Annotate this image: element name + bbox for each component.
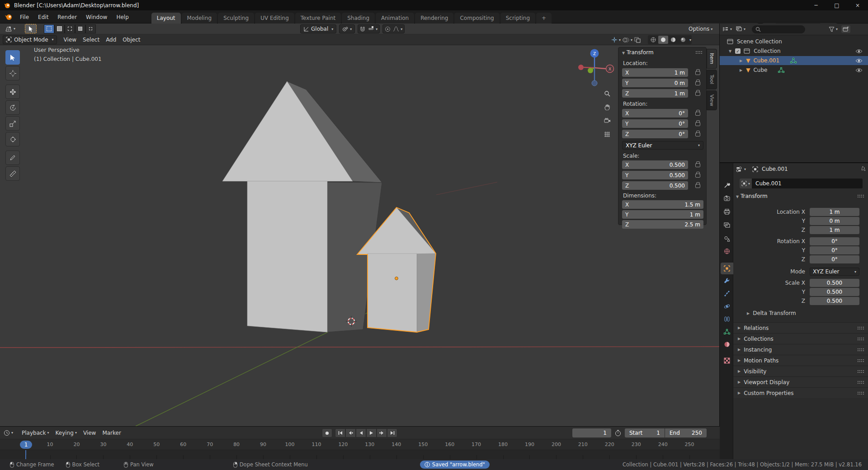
shading-material-button[interactable] [668, 36, 678, 44]
outliner-search-input[interactable] [752, 25, 805, 33]
expand-arrow-icon[interactable]: ▼ [729, 49, 731, 53]
tab-scene[interactable] [721, 233, 733, 244]
menu-edit[interactable]: Edit [33, 10, 53, 24]
tab-scripting[interactable]: Scripting [500, 13, 535, 24]
tab-particles[interactable] [721, 288, 733, 300]
lock-icon[interactable] [695, 112, 700, 116]
rotation-x-field[interactable]: X0° [622, 109, 688, 118]
record-button[interactable] [322, 428, 332, 437]
lock-icon[interactable] [695, 184, 700, 188]
lock-icon[interactable] [695, 122, 700, 126]
tab-tool[interactable] [721, 179, 733, 191]
camera-view-button[interactable] [601, 115, 613, 127]
collapse-arrow-icon[interactable]: ▼ [622, 51, 625, 55]
menu-playback[interactable]: Playback▾ [19, 428, 52, 437]
lock-icon[interactable] [695, 174, 700, 178]
tab-view-layer[interactable] [721, 219, 733, 231]
prev-frame-button[interactable] [356, 428, 366, 437]
panel-grip[interactable] [857, 194, 864, 198]
start-frame-field[interactable]: Start1 [625, 428, 665, 437]
hide-toggle[interactable] [855, 49, 863, 54]
outliner-row-cube001[interactable]: ▶ ▼ Cube.001 [720, 56, 868, 65]
hide-toggle[interactable] [855, 68, 863, 73]
rotation-mode-dropdown[interactable]: XYZ Euler▾ [622, 141, 703, 150]
tab-output[interactable] [721, 206, 733, 217]
tool-select-box[interactable] [5, 50, 20, 65]
select-mode-extend-button[interactable] [54, 24, 65, 33]
hide-toggle[interactable] [855, 58, 863, 63]
gizmo-x-neg-axis[interactable] [578, 65, 584, 70]
prop-location-y[interactable]: 0 m [810, 217, 859, 225]
transform-orientation-dropdown[interactable]: Global ▾ [300, 24, 336, 33]
tab-shading[interactable]: Shading [342, 13, 375, 24]
tab-physics[interactable] [721, 301, 733, 312]
tab-uv-editing[interactable]: UV Editing [255, 13, 294, 24]
prop-rotation-x[interactable]: 0° [810, 237, 859, 245]
scale-x-field[interactable]: X0.500 [622, 160, 688, 169]
navigation-gizmo[interactable]: Z X [578, 49, 614, 86]
panel-collections[interactable]: ▶Collections [733, 333, 868, 344]
tool-annotate[interactable] [5, 150, 20, 165]
tab-texture[interactable] [721, 355, 733, 367]
location-z-field[interactable]: Z1 m [622, 89, 688, 98]
panel-viewport-display[interactable]: ▶Viewport Display [733, 376, 868, 387]
delta-transform-panel[interactable]: ▶Delta Transform [747, 310, 796, 316]
lock-icon[interactable] [695, 92, 700, 96]
prop-scale-z[interactable]: 0.500 [810, 297, 859, 305]
menu-object[interactable]: Object [119, 35, 143, 44]
tab-compositing[interactable]: Compositing [454, 13, 499, 24]
minimize-button[interactable]: ─ [806, 0, 826, 10]
properties-editor-type-button[interactable]: ▾ [736, 166, 746, 172]
tab-constraints[interactable] [721, 313, 733, 325]
xray-toggle[interactable] [634, 37, 641, 43]
pivot-point-dropdown[interactable]: ▾ [339, 24, 355, 33]
menu-render[interactable]: Render [53, 10, 81, 24]
location-x-field[interactable]: X1 m [622, 68, 688, 77]
select-mode-invert-button[interactable] [75, 24, 85, 33]
tool-cursor[interactable] [5, 66, 20, 80]
tab-world[interactable] [721, 245, 733, 257]
close-button[interactable]: × [847, 0, 868, 10]
sidebar-tab-item[interactable]: Item [707, 49, 717, 69]
sidebar-tab-view[interactable]: View [707, 90, 717, 110]
panel-instancing[interactable]: ▶Instancing [733, 344, 868, 355]
maximize-button[interactable]: □ [826, 0, 847, 10]
gizmos-dropdown[interactable]: ▾ [611, 37, 621, 43]
jump-to-start-button[interactable] [335, 428, 345, 437]
prop-scale-x[interactable]: 0.500 [810, 279, 859, 287]
lock-icon[interactable] [695, 163, 700, 167]
tab-material[interactable] [721, 338, 733, 350]
object-id-dropdown[interactable]: ▾ [740, 179, 752, 188]
overlays-dropdown[interactable]: ▾ [623, 37, 632, 43]
menu-file[interactable]: File [15, 10, 33, 24]
tab-modeling[interactable]: Modeling [182, 13, 217, 24]
collection-checkbox[interactable]: ✓ [735, 48, 741, 54]
expand-arrow-icon[interactable]: ▶ [740, 68, 742, 72]
prop-location-z[interactable]: 1 m [810, 226, 859, 234]
menu-marker[interactable]: Marker [99, 428, 124, 437]
tool-scale[interactable] [5, 116, 20, 131]
prop-rotation-y[interactable]: 0° [810, 246, 859, 254]
outliner-row-cube[interactable]: ▶ ▼ Cube [720, 66, 868, 75]
snap-magnet-icon[interactable] [360, 26, 365, 32]
menu-help[interactable]: Help [112, 10, 133, 24]
tab-animation[interactable]: Animation [376, 13, 414, 24]
scale-z-field[interactable]: Z0.500 [622, 181, 688, 190]
object-name-field[interactable]: Cube.001 [752, 179, 863, 188]
transform-panel-header[interactable]: ▼ Transform [736, 193, 864, 199]
prev-keyframe-button[interactable] [345, 428, 356, 437]
saved-notification-badge[interactable]: Saved "arrow.blend" [420, 461, 490, 469]
timeline-tracks[interactable] [0, 450, 720, 460]
dimension-x-field[interactable]: X1.5 m [622, 200, 703, 209]
panel-motion-paths[interactable]: ▶Motion Paths [733, 355, 868, 366]
breadcrumb[interactable]: Cube.001 [762, 166, 788, 172]
tab-texture-paint[interactable]: Texture Paint [295, 13, 341, 24]
panel-visibility[interactable]: ▶Visibility [733, 366, 868, 376]
next-keyframe-button[interactable] [377, 428, 387, 437]
select-mode-subtract-button[interactable] [65, 24, 75, 33]
rotation-z-field[interactable]: Z0° [622, 130, 688, 138]
shading-wireframe-button[interactable] [648, 36, 658, 44]
tool-rotate[interactable] [5, 100, 20, 115]
tab-layout[interactable]: Layout [151, 13, 181, 24]
menu-window[interactable]: Window [81, 10, 112, 24]
